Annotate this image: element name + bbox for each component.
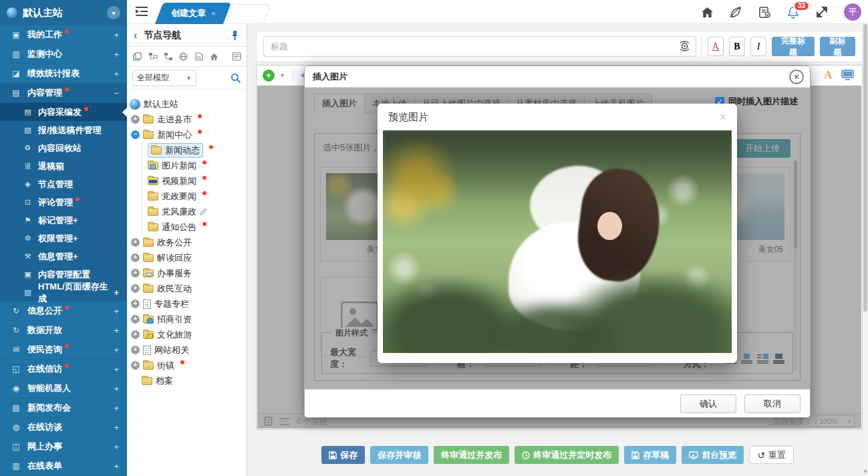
sidebar-item-comment-manage[interactable]: ⊡ 评论管理 [0,193,127,211]
sidebar-item-info-manage[interactable]: ⚒ 信息管理 + [0,247,127,265]
expand-plus-icon[interactable]: + [131,253,140,262]
expand-plus-icon[interactable]: + [131,300,140,308]
save-button[interactable]: 保存 [321,446,365,464]
collapse-minus-icon[interactable]: − [131,130,140,139]
sidebar-item-content-manage[interactable]: ▤ 内容管理 − [0,84,127,103]
approve-scheduled-publish-button[interactable]: 终审通过并定时发布 [515,446,619,464]
approve-publish-button[interactable]: 终审通过并发布 [434,446,509,464]
sidebar-item-online-work[interactable]: ◫ 网上办事 + [0,437,127,457]
menu-fold-icon[interactable] [135,5,148,17]
sidebar-item-node-manage[interactable]: ◈ 节点管理 [0,175,127,193]
tree-search-icon[interactable] [200,73,241,84]
tree-node[interactable]: 党风廉政 [148,204,244,219]
chevron-down-icon[interactable]: ▼ [279,72,285,79]
source-monitor-icon[interactable] [841,70,854,80]
panel-list-icon[interactable] [231,51,241,62]
copy-node-icon[interactable] [132,51,142,62]
expand-plus-icon[interactable]: + [131,315,140,324]
confirm-button[interactable]: 确认 [680,394,736,413]
scroll-down-arrow-icon[interactable]: ▼ [863,469,868,475]
italic-button[interactable]: I [750,37,766,56]
sidebar-item-push-manage[interactable]: ▧ 报/推送稿件管理 [0,121,127,139]
insert-plus-icon[interactable]: + [263,70,275,82]
clipboard-icon[interactable] [758,5,771,19]
collapse-tree-icon[interactable] [163,51,173,62]
sidebar-item-press[interactable]: ▨ 新闻发布会 + [0,398,127,418]
sidebar-item-robot[interactable]: ◉ 智能机器人 + [0,379,127,398]
expand-tree-icon[interactable] [148,51,158,62]
site-switch-globe-icon[interactable] [178,51,188,62]
sidebar-item-petition[interactable]: ◱ 在线信访 + [0,360,127,379]
tree-node[interactable]: + 走进县市 [130,112,244,127]
sidebar-item-report[interactable]: ◪ 绩效统计报表 + [0,64,127,84]
tree-node[interactable]: + 政民互动 [130,281,244,296]
tree-node[interactable]: + 街镇 [130,358,244,373]
sidebar-header[interactable]: 默认主站 ▾ [0,0,127,25]
new-doc-icon[interactable] [194,51,204,62]
sidebar-item-data-open[interactable]: ↻ 数据开放 + [0,321,127,340]
model-filter-select[interactable]: 全部模型 ▼ [132,70,196,86]
tree-node[interactable]: + 文化旅游 [130,327,244,342]
sensitive-check-eye-icon[interactable] [678,40,691,52]
sidebar-item-caibianfa[interactable]: ▤ 内容采编发 [0,103,127,121]
tree-node[interactable]: 图片新闻 [148,158,244,173]
sidebar-item-my-work[interactable]: ▣ 我的工作 + [0,25,127,45]
tree-node[interactable]: + 专题专栏 [130,296,244,312]
tree-node[interactable]: + 解读回应 [130,250,244,265]
expand-plus-icon[interactable]: + [131,346,140,354]
root-home-icon[interactable] [209,51,219,62]
sidebar-item-info-public[interactable]: ↻ 信息公开 + [0,302,127,321]
save-and-review-button[interactable]: 保存并审核 [370,446,428,464]
expand-plus-icon[interactable]: + [131,330,140,339]
tree-node-selected[interactable]: 新闻动态 [148,142,244,158]
sidebar-item-return-box[interactable]: 退 退稿箱 [0,157,127,175]
tree-node[interactable]: 通知公告 [148,219,244,235]
tree-node[interactable]: 党政要闻 [148,189,244,204]
pin-icon[interactable] [230,30,240,41]
save-draft-button[interactable]: 存草稿 [624,446,676,464]
reset-button[interactable]: ↺ 重置 [749,446,794,464]
sidebar-item-permission[interactable]: ⚙ 权限管理 + [0,229,127,247]
tab-create-article[interactable]: 创建文章 × [156,3,230,24]
expand-plus-icon[interactable]: + [131,284,140,293]
title-input[interactable] [263,36,696,57]
full-title-button[interactable]: 完整标题 [772,37,814,56]
expand-plus-icon[interactable]: + [131,361,140,370]
expand-plus-icon[interactable]: + [131,269,140,277]
quick-feather-icon[interactable] [729,5,742,19]
panel-back-icon[interactable]: ‹ [134,29,137,41]
tree-node[interactable]: 视频新闻 [148,173,244,189]
dialog-close-icon[interactable]: × [789,70,804,84]
page-scrollbar[interactable]: ▼ [863,24,868,476]
tree-node[interactable]: + 办事服务 [130,265,244,281]
expand-plus-icon[interactable]: + [131,115,140,124]
sub-title-button[interactable]: 副标题 [820,37,856,56]
tree-node[interactable]: − 新闻中心 [130,127,244,142]
font-tool-icon[interactable]: A [824,69,832,81]
user-avatar[interactable]: 平 [844,3,861,21]
sidebar-item-monitor-center[interactable]: ▥ 监测中心 + [0,45,127,64]
sidebar-collapse-icon[interactable]: ▾ [107,6,120,19]
tree-node[interactable]: + 招商引资 [130,312,244,327]
font-color-button[interactable]: A [708,37,724,56]
sidebar-item-html-cache[interactable]: ▧ HTML/页面缓存生成 + [0,283,127,302]
fullscreen-icon[interactable] [815,5,829,19]
front-preview-button[interactable]: 前台预览 [682,446,744,464]
tree-node[interactable]: + 网站相关 [130,342,244,358]
cancel-button[interactable]: 取消 [744,394,801,413]
tab-close-icon[interactable]: × [211,9,215,17]
sidebar-item-recycle[interactable]: ♻ 内容回收站 [0,139,127,157]
sidebar-item-online-form[interactable]: ▥ 在线表单 + [0,457,127,476]
home-icon[interactable] [700,5,714,19]
sidebar-item-consult[interactable]: ✉ 便民咨询 + [0,340,127,360]
scrollbar-thumb[interactable] [863,24,867,312]
sidebar-item-mark-manage[interactable]: ⚑ 标记管理 + [0,211,127,229]
expand-plus-icon[interactable]: + [131,238,140,247]
tree-node[interactable]: + 政务公开 [130,235,244,250]
preview-close-icon[interactable]: × [719,110,726,124]
bold-button[interactable]: B [729,37,745,56]
tree-node[interactable]: 档案 [130,373,244,388]
notification-bell-icon[interactable]: 33 [786,5,800,19]
sidebar-item-interview[interactable]: ◍ 在线访谈 + [0,418,127,437]
tree-node-root[interactable]: 默认主站 [130,96,244,112]
